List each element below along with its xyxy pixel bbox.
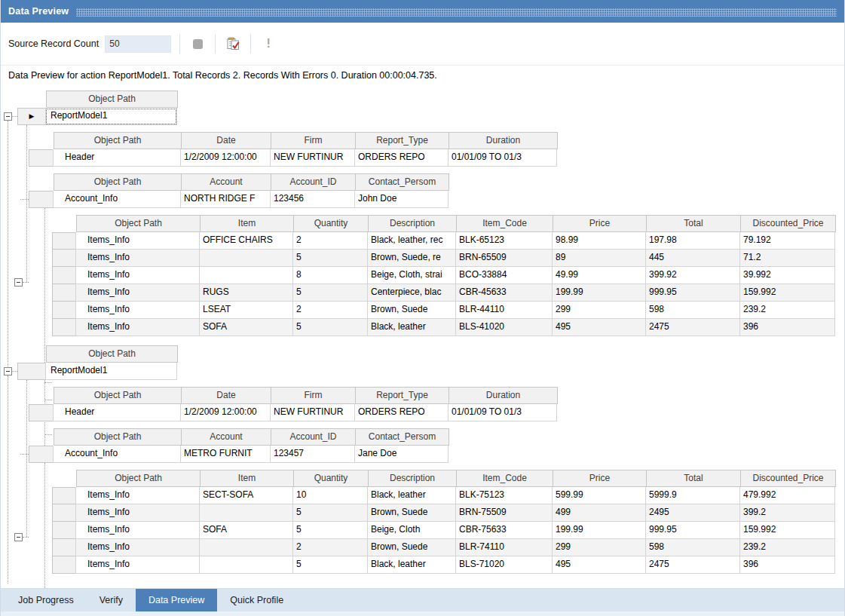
grid-cell[interactable]: John Doe xyxy=(354,191,449,208)
grid-cell[interactable]: 399.92 xyxy=(645,267,740,284)
row-selector-cell[interactable] xyxy=(52,284,76,302)
grid-cell[interactable]: 2 xyxy=(292,302,368,319)
row-selector-cell[interactable] xyxy=(52,250,76,267)
row-selector-cell[interactable] xyxy=(29,404,54,421)
grid-cell[interactable]: Items_Info xyxy=(75,487,200,504)
grid-cell[interactable]: BLS-71020 xyxy=(455,556,553,574)
grid-cell[interactable]: Items_Info xyxy=(75,319,200,336)
grid-cell[interactable]: Account_Info xyxy=(53,191,181,208)
grid-cell[interactable]: 1/2/2009 12:00:00 xyxy=(180,404,271,421)
grid-cell[interactable]: 495 xyxy=(552,556,646,574)
grid-cell[interactable]: ReportModel1 xyxy=(45,363,177,380)
grid-cell[interactable]: ORDERS REPO xyxy=(354,404,449,421)
row-selector-cell[interactable] xyxy=(29,149,54,167)
collapse-expand-toggle[interactable] xyxy=(4,112,12,121)
grid-cell[interactable]: NEW FURTINUR xyxy=(270,149,355,167)
grid-cell[interactable] xyxy=(199,267,293,284)
grid-cell[interactable]: 599.99 xyxy=(552,487,646,504)
grid-cell[interactable]: 8 xyxy=(292,267,368,284)
row-selector-cell[interactable]: ▶ xyxy=(17,108,46,125)
row-selector-cell[interactable] xyxy=(52,504,76,522)
grid-cell[interactable]: Jane Doe xyxy=(354,446,449,463)
grid-cell[interactable]: Items_Info xyxy=(75,267,200,284)
grid-cell[interactable]: BLK-75123 xyxy=(455,487,553,504)
grid-cell[interactable]: Brown, Suede, re xyxy=(367,250,456,267)
grid-cell[interactable]: 39.992 xyxy=(739,267,835,284)
warnings-exclamation-icon[interactable]: ! xyxy=(259,35,277,53)
collapse-expand-toggle[interactable] xyxy=(14,533,23,541)
grid-cell[interactable]: 2475 xyxy=(645,556,740,574)
grid-cell[interactable]: BLK-65123 xyxy=(455,232,553,250)
grid-cell[interactable]: 499 xyxy=(552,504,646,522)
grid-cell[interactable]: 399.2 xyxy=(739,504,835,522)
grid-cell[interactable]: BLR-44110 xyxy=(455,302,553,319)
row-selector-cell[interactable] xyxy=(52,319,76,336)
row-selector-cell[interactable] xyxy=(52,556,76,574)
grid-cell[interactable]: 5999.9 xyxy=(645,487,740,504)
panel-title-bar[interactable]: Data Preview xyxy=(1,0,844,23)
grid-cell[interactable]: BRN-75509 xyxy=(455,504,553,522)
grid-cell[interactable]: 2 xyxy=(292,539,368,556)
grid-cell[interactable]: ReportModel1 xyxy=(45,108,177,125)
grid-cell[interactable]: CBR-75633 xyxy=(455,522,553,539)
grid-cell[interactable]: 123457 xyxy=(270,446,355,463)
grid-cell[interactable]: Items_Info xyxy=(75,556,200,574)
row-selector-cell[interactable] xyxy=(17,363,46,380)
grid-cell[interactable]: 1/2/2009 12:00:00 xyxy=(180,149,271,167)
grid-cell[interactable]: Items_Info xyxy=(75,250,200,267)
grid-cell[interactable]: METRO FURNIT xyxy=(180,446,271,463)
grid-cell[interactable]: Black, leather xyxy=(367,319,456,336)
row-selector-cell[interactable] xyxy=(52,232,76,250)
grid-cell[interactable]: 159.992 xyxy=(739,284,835,302)
grid-cell[interactable]: 01/01/09 TO 01/3 xyxy=(448,404,557,421)
grid-cell[interactable]: 01/01/09 TO 01/3 xyxy=(448,149,557,167)
grid-cell[interactable] xyxy=(199,556,293,574)
stop-icon[interactable] xyxy=(188,35,207,53)
grid-cell[interactable]: 299 xyxy=(552,539,646,556)
grid-cell[interactable]: SOFA xyxy=(199,522,293,539)
row-selector-cell[interactable] xyxy=(52,302,76,319)
grid-cell[interactable]: 2475 xyxy=(645,319,740,336)
grid-cell[interactable]: Header xyxy=(53,149,181,167)
grid-cell[interactable]: 299 xyxy=(552,302,646,319)
grid-cell[interactable]: 159.992 xyxy=(739,522,835,539)
grid-cell[interactable]: 5 xyxy=(292,250,368,267)
grid-cell[interactable]: Items_Info xyxy=(75,539,200,556)
grid-cell[interactable]: 71.2 xyxy=(739,250,835,267)
grid-cell[interactable]: 598 xyxy=(645,302,740,319)
grid-cell[interactable]: BLS-41020 xyxy=(455,319,553,336)
grid-cell[interactable]: 10 xyxy=(292,487,368,504)
grid-cell[interactable]: NEW FURTINUR xyxy=(270,404,355,421)
grid-cell[interactable]: 999.95 xyxy=(645,284,740,302)
grid-cell[interactable]: Black, leather xyxy=(367,487,456,504)
grid-cell[interactable]: 5 xyxy=(292,319,368,336)
grid-cell[interactable]: 239.2 xyxy=(739,539,835,556)
source-record-count-input[interactable] xyxy=(105,35,171,53)
tab-job-progress[interactable]: Job Progress xyxy=(5,589,87,611)
tab-quick-profile[interactable]: Quick Profile xyxy=(217,589,296,611)
validate-records-clipboard-icon[interactable] xyxy=(224,35,242,53)
grid-cell[interactable]: 445 xyxy=(645,250,740,267)
grid-cell[interactable]: Black, leather, rec xyxy=(367,232,456,250)
grid-cell[interactable]: Items_Info xyxy=(75,504,200,522)
grid-cell[interactable] xyxy=(199,250,293,267)
grid-cell[interactable]: 5 xyxy=(292,284,368,302)
grid-cell[interactable]: BRN-65509 xyxy=(455,250,553,267)
grid-cell[interactable]: RUGS xyxy=(199,284,293,302)
grid-cell[interactable]: Items_Info xyxy=(75,302,200,319)
grid-cell[interactable]: 5 xyxy=(292,556,368,574)
grid-cell[interactable]: OFFICE CHAIRS xyxy=(199,232,293,250)
grid-cell[interactable]: 5 xyxy=(292,504,368,522)
row-selector-cell[interactable] xyxy=(29,446,54,463)
grid-cell[interactable]: 2 xyxy=(292,232,368,250)
grid-cell[interactable]: 197.98 xyxy=(645,232,740,250)
grid-cell[interactable]: Brown, Suede xyxy=(367,539,456,556)
collapse-expand-toggle[interactable] xyxy=(14,278,23,287)
grid-cell[interactable]: 89 xyxy=(552,250,646,267)
grid-cell[interactable]: SECT-SOFA xyxy=(199,487,293,504)
grid-cell[interactable]: Centerpiece, blac xyxy=(367,284,456,302)
grid-cell[interactable] xyxy=(199,504,293,522)
tab-data-preview[interactable]: Data Preview xyxy=(136,589,217,611)
grid-cell[interactable]: NORTH RIDGE F xyxy=(180,191,271,208)
grid-cell[interactable]: 199.99 xyxy=(552,284,646,302)
